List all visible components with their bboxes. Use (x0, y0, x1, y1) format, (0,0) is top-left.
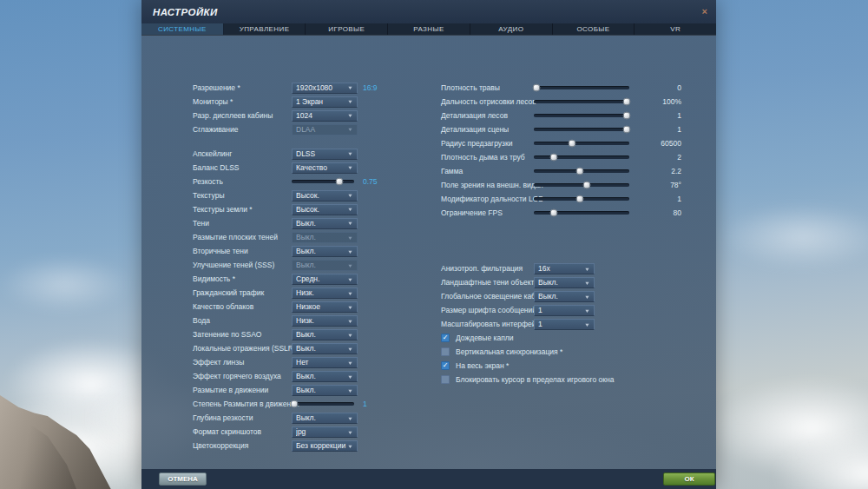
dropdown-right-3[interactable]: 1▼ (534, 305, 595, 316)
tab-1[interactable]: УПРАВЛЕНИЕ (224, 23, 306, 35)
slider-track[interactable] (292, 402, 354, 406)
slider-track[interactable] (534, 197, 629, 201)
dropdown-left-4[interactable]: DLSS▼ (292, 149, 358, 160)
chevron-down-icon: ▼ (584, 280, 590, 285)
chevron-down-icon: ▼ (347, 235, 353, 240)
slider-handle[interactable] (622, 112, 630, 120)
dropdown-left-18[interactable]: Выкл.▼ (292, 343, 358, 354)
dropdown-left-2[interactable]: 1024▼ (292, 110, 358, 122)
dropdown-left-9[interactable]: Выкл.▼ (292, 218, 358, 229)
tab-6[interactable]: VR (635, 23, 716, 35)
dropdown-left-19[interactable]: Нет▼ (292, 357, 358, 368)
dropdown-left-23[interactable]: Выкл.▼ (292, 413, 358, 424)
slider-handle[interactable] (622, 98, 630, 106)
right-dropdown-group: Анизотроп. фильтрация16x▼Ландшафтные тен… (441, 261, 681, 331)
dropdown-left-13[interactable]: Средн.▼ (292, 274, 358, 285)
settings-row: Масштабировать интерфейс *1▼ (441, 317, 681, 331)
slider-right-7[interactable] (534, 180, 629, 191)
dropdown-left-1[interactable]: 1 Экран▼ (292, 96, 358, 108)
settings-row: Эффект линзыНет▼ (193, 355, 394, 369)
slider-left-22[interactable] (292, 399, 354, 410)
slider-right-9[interactable] (534, 208, 629, 219)
setting-label: Локальные отражения (SSLR) (193, 344, 292, 353)
chevron-down-icon: ▼ (347, 318, 353, 323)
close-icon[interactable]: × (702, 7, 707, 17)
cancel-button[interactable]: ОТМЕНА (159, 472, 207, 486)
ok-button[interactable]: ОК (663, 472, 715, 486)
checkbox-1[interactable]: ✓ (441, 347, 450, 356)
slider-handle[interactable] (622, 126, 630, 134)
dropdown-left-20[interactable]: Выкл.▼ (292, 371, 358, 382)
slider-left-6[interactable] (292, 176, 354, 188)
slider-right-4[interactable] (534, 138, 629, 149)
tab-4[interactable]: АУДИО (470, 23, 553, 35)
slider-right-6[interactable] (534, 166, 629, 177)
chevron-down-icon: ▼ (347, 387, 353, 393)
slider-handle[interactable] (550, 154, 558, 162)
dropdown-right-4[interactable]: 1▼ (534, 319, 595, 330)
setting-label: Ландшафтные тени объектов (441, 278, 534, 287)
slider-handle[interactable] (335, 178, 343, 186)
dropdown-right-0[interactable]: 16x▼ (534, 263, 595, 274)
setting-label: Масштабировать интерфейс * (441, 320, 534, 328)
setting-label: Тени (193, 219, 292, 228)
slider-track[interactable] (534, 114, 629, 117)
slider-right-8[interactable] (534, 194, 629, 205)
dropdown-left-14[interactable]: Низк.▼ (292, 287, 358, 299)
dropdown-right-2[interactable]: Выкл.▼ (534, 291, 595, 302)
slider-handle[interactable] (582, 182, 590, 189)
slider-track[interactable] (534, 155, 629, 159)
slider-handle[interactable] (290, 400, 298, 408)
dropdown-left-8[interactable]: Высок.▼ (292, 204, 358, 215)
slider-track[interactable] (534, 211, 629, 215)
slider-handle[interactable] (575, 195, 583, 203)
dropdown-left-5[interactable]: Качество▼ (292, 162, 358, 174)
tab-3[interactable]: РАЗНЫЕ (388, 23, 470, 35)
slider-right-1[interactable] (534, 96, 629, 108)
slider-track[interactable] (534, 142, 629, 145)
slider-track[interactable] (534, 128, 629, 131)
checkbox-row: ✓Дождевые капли (441, 331, 701, 345)
slider-handle[interactable] (550, 209, 558, 217)
tab-5[interactable]: ОСОБЫЕ (553, 23, 635, 35)
slider-handle[interactable] (569, 140, 576, 148)
settings-row: Радиус предзагрузки60500 (441, 136, 681, 150)
checkbox-group: ✓Дождевые капли✓Вертикальная синхронизац… (441, 331, 701, 387)
dropdown-left-15[interactable]: Низкое▼ (292, 301, 358, 313)
checkbox-0[interactable]: ✓ (441, 334, 450, 342)
slider-handle[interactable] (533, 84, 541, 92)
tab-2[interactable]: ИГРОВЫЕ (306, 23, 388, 35)
slider-handle[interactable] (575, 168, 583, 175)
slider-right-5[interactable] (534, 152, 629, 163)
dropdown-right-1[interactable]: Выкл.▼ (534, 277, 595, 288)
checkbox-3[interactable]: ✓ (441, 375, 450, 384)
settings-row: ТениВыкл.▼ (193, 216, 394, 230)
dropdown-left-21[interactable]: Выкл.▼ (292, 385, 358, 396)
tab-0[interactable]: СИСТЕМНЫЕ (141, 23, 224, 35)
dropdown-left-16[interactable]: Низк.▼ (292, 315, 358, 327)
settings-row: Формат скриншотовjpg▼ (193, 425, 394, 439)
dropdown-left-11[interactable]: Выкл.▼ (292, 246, 358, 257)
dropdown-left-0[interactable]: 1920x1080▼ (292, 83, 358, 94)
chevron-down-icon: ▼ (347, 207, 353, 212)
setting-label: Радиус предзагрузки (441, 139, 534, 148)
settings-row: Плотность травы0 (441, 81, 681, 95)
slider-track[interactable] (534, 169, 629, 173)
dropdown-left-24[interactable]: jpg▼ (292, 426, 358, 438)
slider-track[interactable] (534, 183, 629, 187)
slider-right-0[interactable] (534, 83, 629, 94)
slider-right-2[interactable] (534, 110, 629, 122)
checkbox-2[interactable]: ✓ (441, 361, 450, 370)
settings-row: ЦветокоррекцияБез коррекции▼ (193, 439, 394, 453)
slider-track[interactable] (534, 100, 629, 103)
settings-row: Видимость *Средн.▼ (193, 272, 394, 286)
slider-right-3[interactable] (534, 124, 629, 135)
slider-track[interactable] (534, 86, 629, 89)
chevron-down-icon: ▼ (347, 429, 353, 434)
slider-track[interactable] (292, 180, 354, 183)
dropdown-value: DLAA (296, 125, 347, 134)
dropdown-left-7[interactable]: Высок.▼ (292, 190, 358, 202)
settings-row: Плотность дыма из труб2 (441, 150, 681, 164)
dropdown-left-25[interactable]: Без коррекции▼ (292, 440, 358, 452)
dropdown-left-17[interactable]: Выкл.▼ (292, 329, 358, 340)
